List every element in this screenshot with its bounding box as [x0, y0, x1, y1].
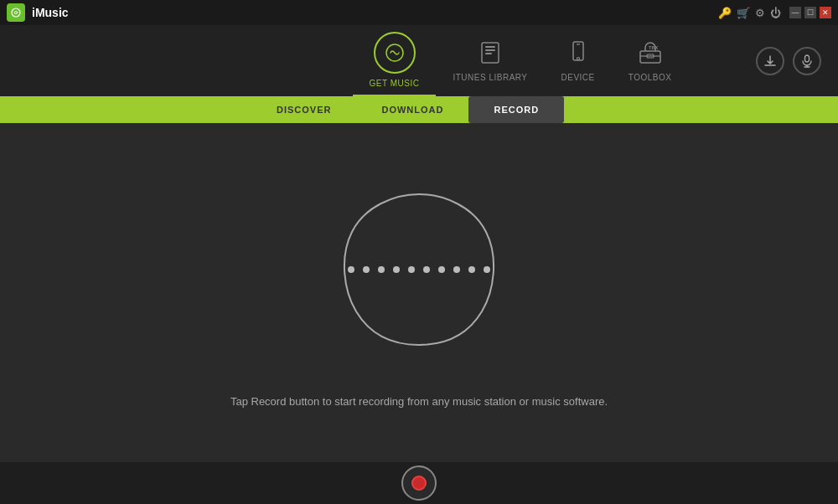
tab-toolbox[interactable]: TBX TOOLBOX [612, 31, 689, 90]
app-logo [7, 3, 25, 22]
dot-9 [468, 266, 475, 273]
dot-8 [453, 266, 460, 273]
svg-text:TBX: TBX [649, 45, 659, 50]
svg-rect-3 [485, 46, 495, 48]
subnav-download-label: DOWNLOAD [381, 105, 443, 115]
power-icon[interactable]: ⏻ [770, 7, 781, 19]
svg-rect-9 [640, 51, 660, 63]
dot-6 [423, 266, 430, 273]
title-bar: iMusic 🔑 🛒 ⚙ ⏻ — ☐ ✕ [0, 0, 838, 25]
svg-point-0 [12, 8, 20, 17]
dot-4 [393, 266, 400, 273]
svg-rect-13 [804, 55, 809, 62]
app-title-text: iMusic [32, 6, 69, 19]
tab-get-music[interactable]: GET MUSIC [353, 25, 437, 96]
maximize-button[interactable]: ☐ [804, 7, 816, 18]
dot-5 [408, 266, 415, 273]
tab-device[interactable]: DEVICE [545, 31, 612, 90]
header: GET MUSIC ITUNES LIBRARY [0, 25, 838, 96]
dot-7 [438, 266, 445, 273]
blob-container [327, 177, 511, 362]
subnav-discover-label: DISCOVER [277, 105, 331, 115]
toolbox-icon: TBX [635, 38, 665, 68]
cart-icon[interactable]: 🛒 [737, 7, 750, 19]
tab-itunes-library-label: ITUNES LIBRARY [453, 73, 527, 82]
svg-rect-4 [485, 49, 495, 51]
tab-itunes-library[interactable]: ITUNES LIBRARY [436, 31, 544, 90]
itunes-library-icon [475, 38, 505, 68]
title-bar-right: 🔑 🛒 ⚙ ⏻ — ☐ ✕ [718, 7, 831, 19]
mic-action-button[interactable] [793, 47, 821, 75]
tab-get-music-label: GET MUSIC [370, 79, 420, 88]
gear-icon[interactable]: ⚙ [755, 7, 765, 19]
svg-rect-5 [485, 53, 492, 54]
close-button[interactable]: ✕ [820, 7, 831, 18]
main-content: Tap Record button to start recording fro… [0, 123, 838, 462]
download-action-button[interactable] [756, 47, 784, 75]
dots-row [348, 266, 490, 273]
hint-text: Tap Record button to start recording fro… [230, 395, 608, 408]
subnav-download[interactable]: DOWNLOAD [356, 96, 468, 123]
window-controls: — ☐ ✕ [789, 7, 831, 18]
header-actions [756, 47, 821, 75]
title-bar-left: iMusic [7, 3, 69, 22]
dot-10 [484, 266, 490, 273]
get-music-circle-icon [374, 32, 416, 74]
tab-device-label: DEVICE [561, 73, 595, 82]
dot-2 [363, 266, 370, 273]
record-button-inner [411, 476, 427, 491]
nav-tabs: GET MUSIC ITUNES LIBRARY [353, 25, 689, 96]
minimize-button[interactable]: — [789, 7, 801, 18]
subnav-record[interactable]: RECORD [468, 96, 564, 123]
bottom-bar [0, 462, 838, 504]
key-icon[interactable]: 🔑 [718, 7, 732, 19]
dot-3 [378, 266, 385, 273]
record-button[interactable] [401, 465, 437, 501]
svg-point-7 [577, 58, 579, 60]
sub-nav: DISCOVER DOWNLOAD RECORD [0, 96, 838, 123]
subnav-record-label: RECORD [494, 105, 539, 115]
dot-1 [348, 266, 354, 273]
device-icon [563, 38, 593, 68]
subnav-discover[interactable]: DISCOVER [251, 96, 356, 123]
tab-toolbox-label: TOOLBOX [628, 73, 672, 82]
